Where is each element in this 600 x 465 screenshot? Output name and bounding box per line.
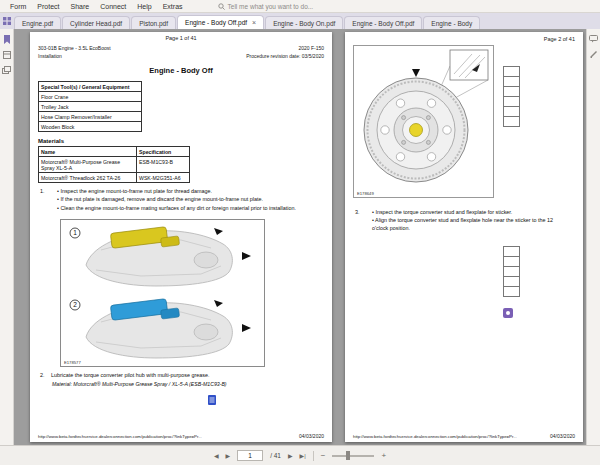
gsi-document-icon[interactable] [208,391,324,409]
callout-cell [503,286,520,297]
zoom-in-button[interactable]: + [381,451,386,460]
callout-table [503,66,520,126]
tabbar-menu-icon[interactable] [0,13,14,29]
page-number-input[interactable]: 1 [237,450,263,461]
step-bullet: Clean the engine mount-to-frame mating s… [57,205,296,212]
doc-revision: Procedure revision date: 03/5/2020 [246,53,324,61]
procedure-title: Engine - Body Off [38,66,324,75]
menu-item-help[interactable]: Help [137,3,151,10]
tab-label: Piston.pdf [139,20,168,27]
zoom-out-button[interactable]: − [321,451,326,460]
figure-id-label: E178649 [357,191,374,196]
callout-number-2: 2 [73,301,77,308]
detail-callout-box [450,50,488,80]
figure-id-label: E178577 [64,360,81,365]
materials-col-spec: Specification [137,147,190,157]
doc-tab-engine-body-cut[interactable]: Engine - Body [423,16,480,29]
page-footer: http://www.beta.fordtechservice.dealerco… [353,433,575,439]
engine-illustration: 1 2 [61,220,264,364]
material-spec: WSK-M2G351-A6 [137,173,190,183]
zoom-slider[interactable] [332,451,374,460]
doc-section-code: 303-01B Engine - 3.5L EcoBoost [38,45,111,53]
pdf-page-1: Page 1 of 41 303-01B Engine - 3.5L EcoBo… [30,32,332,442]
doc-tab-engine-body-on[interactable]: Engine - Body On.pdf [265,16,343,29]
doc-subsection: Installation [38,53,111,61]
tab-label: Engine - Body Off.pdf [185,19,247,26]
doc-tab-engine[interactable]: Engine.pdf [14,16,61,29]
layers-panel-icon[interactable] [2,66,11,74]
page-total-label: / 41 [270,452,281,459]
twelve-oclock-arrow-icon [412,69,420,77]
doc-tab-engine-body-off-active[interactable]: Engine - Body Off.pdf× [177,15,264,29]
pdf-page-2: Page 2 of 41 [345,32,583,442]
document-canvas[interactable]: Page 1 of 41 303-01B Engine - 3.5L EcoBo… [14,29,586,445]
special-tools-table: Special Tool(s) / General Equipment Floo… [38,81,142,132]
step-number: 1. [40,188,51,213]
doc-model: 2020 F-150 [246,45,324,53]
materials-col-name: Name [39,147,137,157]
engine-diagram-bottom: 2 [70,299,251,358]
material-spec: ESB-M1C93-B [137,157,190,173]
engine-mount-figure: 1 2 [60,219,265,367]
pointer-arrow-icon [242,252,251,260]
menu-item-protect[interactable]: Protect [37,3,59,10]
material-name: Motorcraft® Multi-Purpose Grease Spray X… [39,157,137,173]
tool-item: Wooden Block [39,122,142,132]
document-header: 303-01B Engine - 3.5L EcoBoost Installat… [38,45,324,60]
pointer-arrow-icon [214,300,223,307]
step-number: 2. [40,372,51,379]
tool-item: Trolley Jack [39,102,142,112]
info-badge-icon[interactable] [503,308,513,318]
tab-close-icon[interactable]: × [252,19,256,26]
search-hint-text: Tell me what you want to do... [228,3,314,10]
material-note: Material: Motorcraft® Multi-Purpose Grea… [52,381,324,387]
edit-annotation-icon[interactable] [590,50,598,58]
zoom-slider-thumb[interactable] [346,451,350,460]
pointer-arrow-icon [214,228,223,235]
menu-item-connect[interactable]: Connect [100,3,126,10]
tool-item: Floor Crane [39,92,142,102]
document-tabbar: Engine.pdf Cylinder Head.pdf Piston.pdf … [0,13,600,29]
statusbar-divider [313,451,314,461]
materials-table: Name Specification Motorcraft® Multi-Pur… [38,146,190,183]
menu-item-form[interactable]: Form [10,3,26,10]
assistant-search-box[interactable]: Tell me what you want to do... [218,3,314,10]
left-tool-rail [0,29,14,445]
zoom-slider-track[interactable] [332,455,374,457]
footer-url: http://www.beta.fordtechservice.dealerco… [353,434,517,439]
callout-cell [503,116,520,127]
flexplate-illustration [354,46,493,197]
page-number-label: Page 1 of 41 [38,35,324,41]
footer-date: 04/03/2020 [299,433,324,439]
tab-label: Cylinder Head.pdf [70,20,122,27]
last-page-button[interactable]: ▶| [300,452,306,459]
menu-item-extras[interactable]: Extras [163,3,183,10]
step-bullet: Align the torque converter stud and flex… [372,217,558,232]
pdf-reader-window: Form Protect Share Connect Help Extras T… [0,0,600,465]
pointer-arrow-icon [242,324,251,332]
doc-tab-cylinder-head[interactable]: Cylinder Head.pdf [62,16,130,29]
doc-tab-piston[interactable]: Piston.pdf [131,16,176,29]
menu-item-share[interactable]: Share [71,3,90,10]
next-page-button[interactable]: ▶ [226,452,231,459]
next-view-button[interactable]: ▶ [288,452,293,459]
tools-table-header: Special Tool(s) / General Equipment [39,82,142,92]
page-footer: http://www.beta.fordtechservice.dealerco… [38,433,324,439]
callout-table [503,246,520,296]
step-3: 3. Inspect the torque converter stud and… [353,209,558,233]
bookmarks-panel-icon[interactable] [3,35,11,44]
materials-heading: Materials [38,138,324,144]
doc-tab-engine-body-off-2[interactable]: Engine - Body Off.pdf [344,16,422,29]
grid-icon [3,17,11,25]
step-bullet: Inspect the torque converter stud and fl… [372,209,558,216]
comment-panel-icon[interactable] [589,35,598,43]
right-tool-rail [586,29,600,445]
tab-label: Engine - Body Off.pdf [352,20,414,27]
flexplate-figure: E178649 [353,45,494,198]
prev-page-button[interactable]: ◀ [214,452,219,459]
page-thumbnails-icon[interactable] [3,51,11,59]
step-number: 3. [355,209,366,233]
footer-date: 04/03/2020 [550,433,575,439]
tool-item: Hose Clamp Remover/Installer [39,112,142,122]
footer-url: http://www.beta.fordtechservice.dealerco… [38,434,202,439]
